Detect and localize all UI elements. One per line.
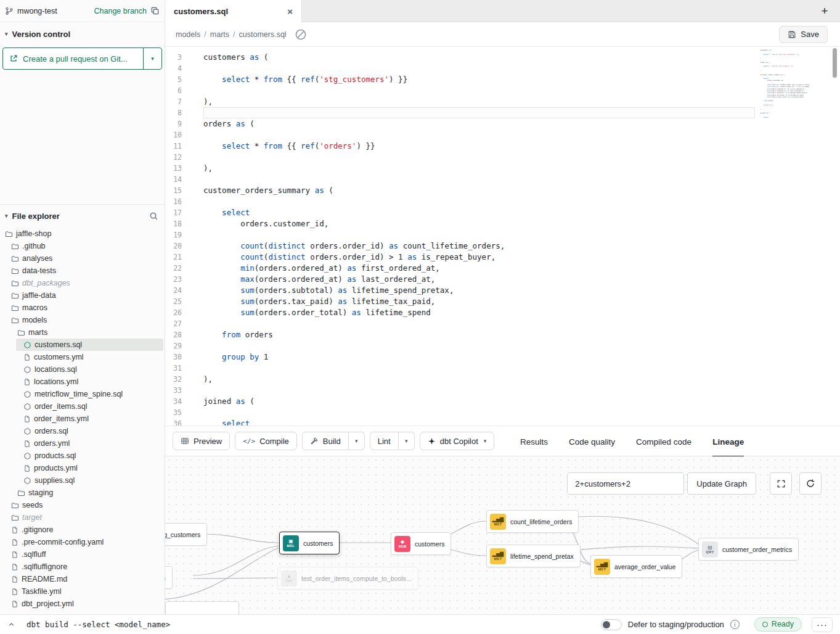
- tree-item-data-tests[interactable]: data-tests: [0, 265, 165, 277]
- tree-item-README.md[interactable]: README.md: [0, 573, 165, 585]
- refresh-button[interactable]: [799, 472, 822, 495]
- tree-item-.sqlfluff[interactable]: .sqlfluff: [0, 548, 165, 561]
- code-line-28: 28 from orders: [165, 329, 840, 340]
- tree-item-customers.sql[interactable]: customers.sql: [0, 339, 165, 351]
- lineage-node-test_order_items_compute_to_bools-[interactable]: ▲TSTtest_order_items_compute_to_bools...: [277, 567, 418, 590]
- editor-scrollbar[interactable]: [833, 48, 837, 78]
- circle-slash-icon[interactable]: [294, 28, 308, 41]
- tab-lineage[interactable]: Lineage: [712, 426, 744, 457]
- tree-item-products.sql[interactable]: products.sql: [0, 450, 165, 462]
- model-icon: [23, 390, 31, 398]
- node-label: customers: [415, 540, 444, 548]
- line-number: 32: [165, 374, 188, 385]
- create-pr-dropdown-button[interactable]: ▾: [143, 48, 161, 69]
- tree-item-label: orders.yml: [34, 439, 70, 448]
- tree-item-locations.sql[interactable]: locations.sql: [0, 363, 165, 376]
- file-tree: jaffle-shop.githubanalysesdata-testsdbt_…: [0, 228, 165, 610]
- tab-compiled-code[interactable]: Compiled code: [636, 426, 691, 457]
- lineage-node-lifetime_spend_pretax[interactable]: ▂▅▇METlifetime_spend_pretax: [486, 545, 581, 567]
- tab-results[interactable]: Results: [520, 426, 548, 457]
- defer-toggle[interactable]: [601, 619, 622, 630]
- build-button-group: Build ▾: [302, 432, 365, 450]
- tree-item-jaffle-data[interactable]: jaffle-data: [0, 289, 165, 302]
- node-label: test_order_items_compute_to_bools...: [301, 575, 412, 582]
- code-line-32: 32),: [165, 374, 840, 385]
- tree-item-metricflow_time_spine.sql[interactable]: metricflow_time_spine.sql: [0, 388, 165, 400]
- code-editor[interactable]: 3customers as (45 select * from {{ ref('…: [165, 47, 840, 426]
- code-line-30: 30 group by 1: [165, 352, 840, 363]
- tree-item-seeds[interactable]: seeds: [0, 499, 165, 511]
- editor-minimap[interactable]: customers as ( select * from {{ ref('stg…: [760, 49, 809, 131]
- lineage-node-orders[interactable]: ▣MDLorders: [165, 566, 173, 589]
- tree-item-label: dbt_project.yml: [22, 599, 74, 608]
- line-number: 33: [165, 385, 188, 396]
- build-dropdown-button[interactable]: ▾: [349, 432, 365, 450]
- lineage-node-stg_customers[interactable]: ▣MDLstg_customers: [165, 523, 207, 546]
- update-graph-button[interactable]: Update Graph: [687, 472, 756, 495]
- tree-item-.github[interactable]: .github: [0, 240, 165, 252]
- tree-item-label: .pre-commit-config.yaml: [22, 538, 104, 546]
- tree-item-orders.sql[interactable]: orders.sql: [0, 425, 165, 437]
- node-label: stg_customers: [165, 531, 200, 538]
- tree-item-locations.yml[interactable]: locations.yml: [0, 376, 165, 388]
- tree-item-macros[interactable]: macros: [0, 302, 165, 314]
- lineage-node-count_lifetime_orders[interactable]: ▂▅▇METcount_lifetime_orders: [486, 510, 579, 533]
- lineage-node-customers[interactable]: ▣MDLcustomers: [279, 532, 340, 554]
- line-number: 4: [165, 63, 188, 74]
- compile-button[interactable]: </> Compile: [235, 432, 297, 450]
- fullscreen-button[interactable]: [770, 472, 792, 495]
- tab-code-quality[interactable]: Code quality: [569, 426, 615, 457]
- tree-item-.pre-commit-config.yaml[interactable]: .pre-commit-config.yaml: [0, 536, 165, 548]
- tree-item-.gitignore[interactable]: .gitignore: [0, 524, 165, 536]
- code-line-36: select: [760, 117, 809, 118]
- create-pr-button[interactable]: Create a pull request on Git...: [3, 48, 143, 69]
- tree-item-customers.yml[interactable]: customers.yml: [0, 351, 165, 363]
- info-icon[interactable]: i: [730, 620, 740, 629]
- tree-item-marts[interactable]: marts: [0, 326, 165, 339]
- code-icon: </>: [243, 437, 255, 445]
- tree-item-Taskfile.yml[interactable]: Taskfile.yml: [0, 585, 165, 598]
- copy-branch-icon[interactable]: [150, 6, 160, 15]
- lineage-node-average_order_value[interactable]: ▂▅▇METaverage_order_value: [590, 555, 682, 578]
- lint-dropdown-button[interactable]: ▾: [399, 432, 415, 450]
- folder-icon: [11, 267, 19, 275]
- tree-item-label: seeds: [22, 501, 43, 509]
- lineage-panel: ▣MDLstg_customers▣MDLorders▣MDLcustomers…: [165, 456, 840, 614]
- tab-customers-sql[interactable]: customers.sql ×: [165, 0, 302, 22]
- close-tab-icon[interactable]: ×: [287, 7, 293, 16]
- node-badge-met: ▂▅▇MET: [490, 514, 506, 530]
- tree-item-orders.yml[interactable]: orders.yml: [0, 437, 165, 450]
- tree-item-products.yml[interactable]: products.yml: [0, 462, 165, 474]
- lineage-node-customers[interactable]: ◆SEMcustomers: [391, 532, 451, 555]
- breadcrumb-separator: /: [204, 30, 206, 39]
- tree-item-supplies.sql[interactable]: supplies.sql: [0, 474, 165, 487]
- tree-item-dbt_project.yml[interactable]: dbt_project.yml: [0, 598, 165, 610]
- tree-item-order_items.yml[interactable]: order_items.yml: [0, 413, 165, 425]
- new-tab-button[interactable]: +: [817, 3, 833, 19]
- tree-item-order_items.sql[interactable]: order_items.sql: [0, 400, 165, 413]
- lineage-node-customer_order_metrics[interactable]: ▤QRYcustomer_order_metrics: [698, 538, 799, 561]
- tree-item-models[interactable]: models: [0, 314, 165, 326]
- build-button[interactable]: Build: [302, 432, 349, 450]
- tree-item-analyses[interactable]: analyses: [0, 252, 165, 265]
- chevron-down-icon[interactable]: ▾: [5, 31, 8, 37]
- tree-item-label: .sqlfluff: [22, 550, 46, 559]
- code-line-13: 13),: [165, 163, 840, 174]
- tree-item-jaffle-shop[interactable]: jaffle-shop: [0, 228, 165, 240]
- tree-item-dbt_packages[interactable]: dbt_packages: [0, 277, 165, 289]
- change-branch-link[interactable]: Change branch: [94, 7, 147, 15]
- tree-item-staging[interactable]: staging: [0, 487, 165, 499]
- code-line-6: 6: [165, 85, 840, 96]
- dbt-copilot-button[interactable]: dbt Copilot ▾: [420, 432, 495, 450]
- more-menu-button[interactable]: ···: [812, 617, 833, 632]
- command-input[interactable]: dbt build --select <model_name>: [27, 620, 170, 629]
- tree-item-target[interactable]: target: [0, 511, 165, 524]
- save-button[interactable]: Save: [779, 26, 828, 43]
- preview-button[interactable]: Preview: [173, 432, 230, 450]
- chevron-down-icon[interactable]: ▾: [5, 213, 8, 219]
- lineage-selector-input[interactable]: [567, 472, 684, 495]
- search-icon[interactable]: [149, 212, 158, 221]
- chevron-up-icon[interactable]: [7, 620, 15, 628]
- lint-button[interactable]: Lint: [370, 432, 399, 450]
- tree-item-.sqlfluffignore[interactable]: .sqlfluffignore: [0, 561, 165, 573]
